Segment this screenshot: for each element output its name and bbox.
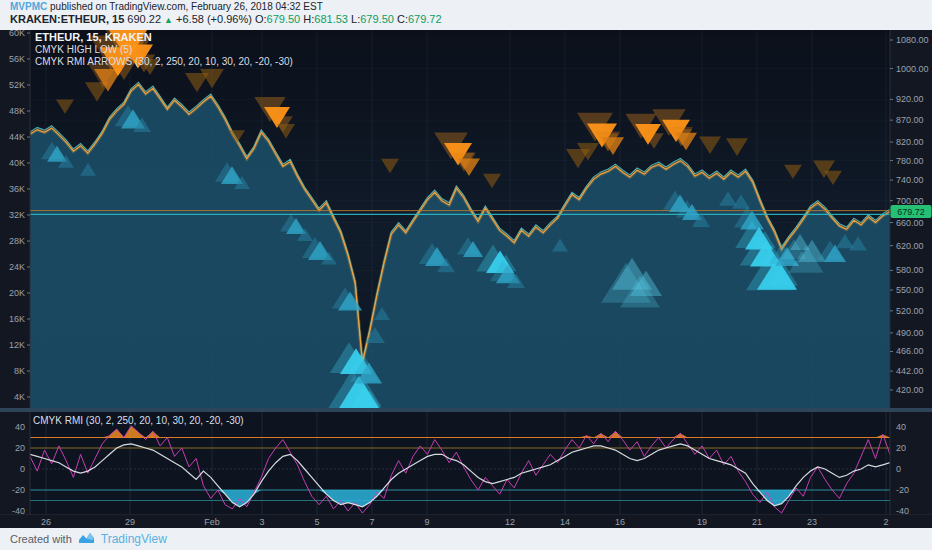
svg-text:56K: 56K bbox=[9, 54, 25, 64]
svg-text:14: 14 bbox=[560, 517, 570, 527]
svg-text:520.00: 520.00 bbox=[896, 306, 924, 316]
svg-text:-40: -40 bbox=[12, 506, 25, 516]
svg-text:40K: 40K bbox=[9, 158, 25, 168]
svg-text:16: 16 bbox=[615, 517, 625, 527]
svg-text:32K: 32K bbox=[9, 210, 25, 220]
svg-text:12: 12 bbox=[505, 517, 515, 527]
svg-text:Feb: Feb bbox=[204, 517, 220, 527]
svg-text:870.00: 870.00 bbox=[896, 115, 924, 125]
svg-text:24K: 24K bbox=[9, 262, 25, 272]
svg-text:7: 7 bbox=[369, 517, 374, 527]
svg-text:29: 29 bbox=[125, 517, 135, 527]
svg-text:40: 40 bbox=[15, 422, 25, 432]
chart-canvas[interactable]: 1080.001000.00920.00870.00820.00780.0074… bbox=[0, 0, 932, 550]
svg-text:20: 20 bbox=[896, 443, 906, 453]
svg-text:660.00: 660.00 bbox=[896, 218, 924, 228]
svg-text:2: 2 bbox=[883, 517, 888, 527]
svg-text:19: 19 bbox=[697, 517, 707, 527]
svg-text:8K: 8K bbox=[14, 366, 25, 376]
svg-text:0: 0 bbox=[20, 464, 25, 474]
svg-text:1080.00: 1080.00 bbox=[896, 35, 929, 45]
svg-text:16K: 16K bbox=[9, 314, 25, 324]
svg-text:420.00: 420.00 bbox=[896, 385, 924, 395]
svg-text:40: 40 bbox=[896, 422, 906, 432]
svg-text:820.00: 820.00 bbox=[896, 137, 924, 147]
svg-text:52K: 52K bbox=[9, 80, 25, 90]
svg-text:580.00: 580.00 bbox=[896, 265, 924, 275]
svg-text:5: 5 bbox=[314, 517, 319, 527]
svg-text:20: 20 bbox=[15, 443, 25, 453]
svg-text:12K: 12K bbox=[9, 340, 25, 350]
svg-text:700.00: 700.00 bbox=[896, 196, 924, 206]
svg-text:466.00: 466.00 bbox=[896, 346, 924, 356]
created-with-label: Created with bbox=[10, 533, 72, 545]
svg-text:-20: -20 bbox=[896, 485, 909, 495]
svg-text:620.00: 620.00 bbox=[896, 241, 924, 251]
svg-text:23: 23 bbox=[807, 517, 817, 527]
tradingview-published-chart: MVPMC published on TradingView.com, Febr… bbox=[0, 0, 932, 550]
svg-text:3: 3 bbox=[259, 517, 264, 527]
svg-text:920.00: 920.00 bbox=[896, 94, 924, 104]
tradingview-link[interactable]: TradingView bbox=[101, 532, 167, 546]
svg-text:36K: 36K bbox=[9, 184, 25, 194]
svg-text:21: 21 bbox=[752, 517, 762, 527]
footer: Created with TradingView bbox=[10, 528, 167, 550]
svg-text:442.00: 442.00 bbox=[896, 366, 924, 376]
svg-text:780.00: 780.00 bbox=[896, 156, 924, 166]
svg-text:-40: -40 bbox=[896, 506, 909, 516]
svg-text:1000.00: 1000.00 bbox=[896, 64, 929, 74]
tradingview-logo-icon bbox=[78, 532, 95, 546]
svg-text:48K: 48K bbox=[9, 106, 25, 116]
svg-text:28K: 28K bbox=[9, 236, 25, 246]
svg-text:9: 9 bbox=[424, 517, 429, 527]
svg-text:4K: 4K bbox=[14, 392, 25, 402]
svg-text:20K: 20K bbox=[9, 288, 25, 298]
svg-text:60K: 60K bbox=[9, 28, 25, 38]
svg-text:26: 26 bbox=[41, 517, 51, 527]
svg-text:0: 0 bbox=[896, 464, 901, 474]
svg-text:550.00: 550.00 bbox=[896, 285, 924, 295]
svg-text:490.00: 490.00 bbox=[896, 328, 924, 338]
svg-text:679.72: 679.72 bbox=[897, 207, 925, 217]
svg-text:740.00: 740.00 bbox=[896, 175, 924, 185]
svg-text:44K: 44K bbox=[9, 132, 25, 142]
svg-text:-20: -20 bbox=[12, 485, 25, 495]
